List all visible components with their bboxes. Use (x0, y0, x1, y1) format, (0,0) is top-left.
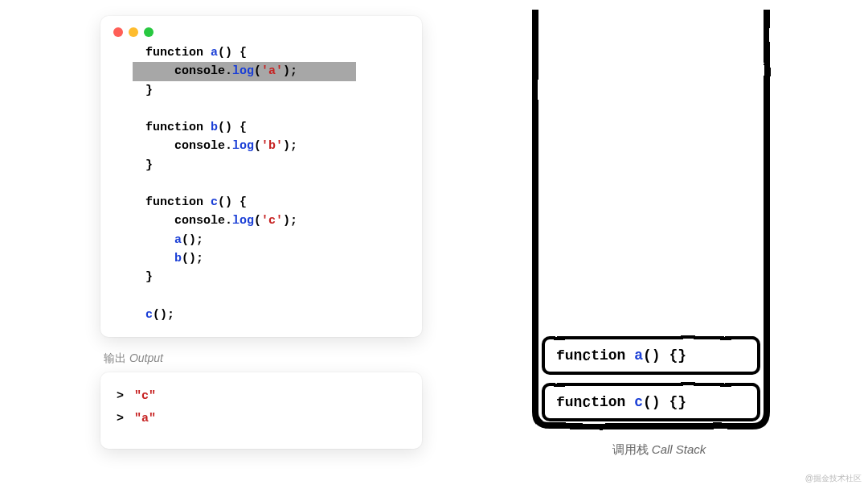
call-stack-panel: function a() {}function c() {} 调用栈 Call … (530, 10, 788, 458)
code-token: function (145, 195, 211, 209)
code-token: log (232, 139, 254, 153)
output-prompt: > (117, 412, 124, 425)
minimize-icon (129, 27, 138, 37)
code-line: c(); (100, 306, 422, 324)
code-token: ( (254, 139, 261, 153)
code-token: log (232, 64, 254, 78)
call-stack-label-cn: 调用栈 (612, 442, 649, 456)
code-token: ( (254, 214, 261, 228)
output-label-cn: 输出 (104, 351, 126, 364)
code-token: c (145, 308, 153, 322)
code-token: ); (283, 214, 297, 228)
stack-frame: function c() {} (542, 383, 760, 421)
stack-frame: function a() {} (542, 336, 760, 375)
code-token: console. (145, 64, 232, 78)
code-token: ( (254, 64, 261, 78)
stack-frame-fn-name: a (634, 347, 643, 364)
call-stack-container: function a() {}function c() {} (530, 10, 772, 431)
code-token (145, 289, 153, 302)
maximize-icon (144, 27, 154, 37)
stack-frame-fn-name: c (634, 394, 643, 410)
code-token: b (211, 121, 218, 134)
code-line: b(); (100, 249, 422, 268)
call-stack-label-en: Call Stack (652, 442, 706, 456)
code-token: ); (283, 139, 297, 153)
output-label-en: Output (129, 351, 163, 364)
code-line-highlighted: console.log('a'); (133, 62, 356, 80)
code-token: b (174, 252, 182, 265)
watermark: @掘金技术社区 (805, 473, 862, 484)
output-line: > "a" (117, 408, 406, 430)
output-label: 输出 Output (104, 351, 422, 366)
code-token: console. (145, 214, 232, 228)
code-token: () { (218, 195, 247, 209)
call-stack-items: function a() {}function c() {} (542, 336, 760, 421)
code-token: 'c' (261, 214, 283, 228)
code-line: function b() { (100, 118, 422, 137)
code-token (145, 252, 174, 265)
code-token: () { (218, 121, 247, 134)
stack-frame-suffix: () {} (643, 394, 686, 410)
output-line: > "c" (117, 385, 406, 408)
left-column: function a() { console.log('a');} functi… (100, 16, 422, 449)
code-line: console.log('b'); (100, 137, 422, 155)
stack-frame-keyword: function (556, 394, 634, 410)
code-token (145, 233, 174, 247)
code-token: a (174, 233, 182, 247)
code-token: function (145, 46, 211, 60)
stack-frame-keyword: function (556, 347, 634, 364)
code-line (100, 175, 422, 193)
output-window: > "c"> "a" (100, 372, 422, 450)
code-token (145, 102, 153, 116)
code-token: (); (182, 252, 203, 265)
call-stack-label: 调用栈 Call Stack (530, 442, 788, 458)
code-token: } (145, 270, 153, 284)
code-line: } (100, 81, 422, 100)
code-line: } (100, 268, 422, 286)
code-token: 'a' (261, 64, 283, 78)
code-window: function a() { console.log('a');} functi… (100, 16, 422, 337)
code-line: a(); (100, 231, 422, 249)
code-token: } (145, 84, 153, 97)
code-line (100, 100, 422, 118)
code-token: ); (283, 64, 297, 78)
code-token: 'b' (261, 139, 283, 153)
code-line: function c() { (100, 193, 422, 212)
code-line (100, 286, 422, 305)
stack-frame-suffix: () {} (643, 347, 686, 364)
code-line: console.log('c'); (100, 212, 422, 230)
output-value: "a" (127, 412, 156, 425)
code-token: () { (218, 46, 247, 60)
code-token: function (145, 121, 211, 134)
code-token: (); (153, 308, 174, 322)
code-body: function a() { console.log('a');} functi… (100, 43, 422, 324)
traffic-lights (100, 16, 422, 43)
code-token: console. (145, 139, 232, 153)
code-line: } (100, 156, 422, 175)
code-token: c (211, 195, 218, 209)
code-token: } (145, 158, 153, 172)
code-token (145, 177, 153, 191)
code-line: function a() { (100, 43, 422, 62)
code-token: a (211, 46, 218, 60)
code-token: (); (182, 233, 203, 247)
output-prompt: > (117, 389, 124, 403)
output-value: "c" (127, 389, 156, 403)
close-icon (113, 27, 123, 37)
code-token: log (232, 214, 254, 228)
